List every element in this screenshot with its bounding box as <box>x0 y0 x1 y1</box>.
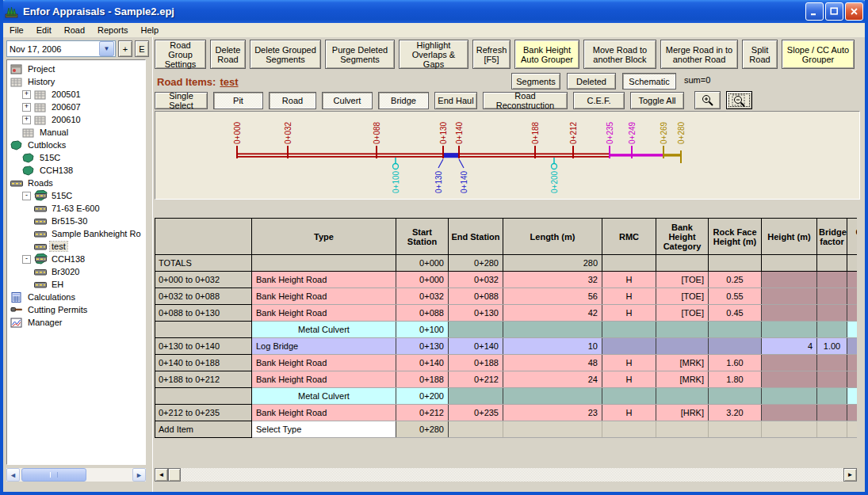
cell-0-start[interactable]: 0+000 <box>396 272 449 288</box>
cell-5-bank_height_category[interactable]: [MRK] <box>656 355 709 371</box>
toolbar-button-road-group-settings[interactable]: Road Group Settings <box>155 40 206 69</box>
cell-5-length[interactable]: 48 <box>503 355 602 371</box>
cell-0-rock_face_height[interactable]: 0.25 <box>709 272 762 288</box>
cell-8-length[interactable]: 23 <box>503 405 602 421</box>
cell-0-bank_height_category[interactable]: [TOE] <box>656 272 709 288</box>
cell-4-end[interactable]: 0+140 <box>449 338 503 355</box>
tree-item-cutblocks-6[interactable]: Cutblocks <box>7 139 145 151</box>
cell-2-height[interactable] <box>762 305 817 322</box>
view-button-schematic[interactable]: Schematic <box>622 73 676 89</box>
cell-7-length[interactable] <box>503 388 602 405</box>
cell-5-type[interactable]: Bank Height Road <box>252 355 396 371</box>
tree-item-71-63-e-600-11[interactable]: 71-63 E-600 <box>7 202 145 215</box>
cell-1-height[interactable] <box>762 288 817 305</box>
cell-9-rmc[interactable] <box>602 421 656 438</box>
cell-4-start[interactable]: 0+130 <box>396 338 449 355</box>
cell-1-type[interactable]: Bank Height Road <box>252 288 396 305</box>
cell-1-end[interactable]: 0+088 <box>449 288 503 305</box>
cell-8-rmc[interactable]: H <box>602 405 656 421</box>
cell-0-length[interactable]: 32 <box>503 272 602 288</box>
road-items-road-name[interactable]: test <box>220 76 238 88</box>
cell-6-rock_face_height[interactable]: 1.80 <box>709 371 762 388</box>
toolbar-button-split-road[interactable]: Split Road <box>742 40 778 69</box>
cell-3-rock_face_height[interactable] <box>709 322 762 338</box>
cell-9-rock_face_height[interactable] <box>709 421 762 438</box>
tree-item-history-1[interactable]: History <box>7 75 145 88</box>
cell-5-bridge_factor[interactable] <box>817 355 847 371</box>
cell-7-rock_face_height[interactable] <box>709 388 762 405</box>
cell-5-culvert[interactable] <box>847 355 858 371</box>
cell-8-culvert[interactable] <box>847 405 858 421</box>
toolbar-button-refresh-f5[interactable]: Refresh [F5] <box>472 40 510 69</box>
cell-5-start[interactable]: 0+140 <box>396 355 449 371</box>
cell-3-bank_height_category[interactable] <box>656 322 709 338</box>
cell-0-type[interactable]: Bank Height Road <box>252 272 396 288</box>
cell-7-culvert[interactable] <box>847 388 858 405</box>
cell-6-start[interactable]: 0+188 <box>396 371 449 388</box>
cell-6-rmc[interactable]: H <box>602 371 656 388</box>
cell-5-height[interactable] <box>762 355 817 371</box>
cell-6-culvert[interactable] <box>847 371 858 388</box>
toolbar-button-highlight-overlaps-gaps[interactable]: Highlight Overlaps & Gaps <box>399 40 468 69</box>
cell-0-culvert[interactable] <box>847 272 858 288</box>
cell-7-type[interactable]: Metal Culvert <box>252 388 396 405</box>
cell-0-height[interactable] <box>762 272 817 288</box>
expand-icon[interactable]: + <box>22 103 31 112</box>
cell-8-bank_height_category[interactable]: [HRK] <box>656 405 709 421</box>
cell-8-rock_face_height[interactable]: 3.20 <box>709 405 762 421</box>
tree-item-roads-9[interactable]: Roads <box>7 177 145 189</box>
cell-0-end[interactable]: 0+032 <box>449 272 503 288</box>
cell-9-culvert[interactable] <box>847 421 858 438</box>
cell-1-length[interactable]: 56 <box>503 288 602 305</box>
tree-item-br3020-16[interactable]: Br3020 <box>7 265 145 278</box>
e-button[interactable]: E <box>135 40 149 57</box>
expand-icon[interactable]: + <box>22 116 31 124</box>
row-header-9[interactable]: Add Item <box>155 421 252 438</box>
cell-2-end[interactable]: 0+130 <box>449 305 503 322</box>
cell-7-bridge_factor[interactable] <box>817 388 847 405</box>
cell-5-end[interactable]: 0+188 <box>449 355 503 371</box>
tree-item-manual-5[interactable]: Manual <box>7 126 145 139</box>
tree-item-200610-4[interactable]: +200610 <box>7 113 145 126</box>
tree-item-sample-bankheight-ro-13[interactable]: Sample Bankheight Ro <box>7 227 145 240</box>
menu-item-reports[interactable]: Reports <box>91 25 135 36</box>
menu-item-file[interactable]: File <box>3 25 30 36</box>
view-button-deleted[interactable]: Deleted <box>567 73 616 89</box>
filter-button-pit[interactable]: Pit <box>213 92 263 109</box>
cell-3-rmc[interactable] <box>602 322 656 338</box>
cell-8-bridge_factor[interactable] <box>817 405 847 421</box>
cell-7-bank_height_category[interactable] <box>656 388 709 405</box>
cell-8-type[interactable]: Bank Height Road <box>252 405 396 421</box>
cell-8-height[interactable] <box>762 405 817 421</box>
filter-button-culvert[interactable]: Culvert <box>322 92 373 109</box>
cell-2-culvert[interactable] <box>847 305 858 322</box>
row-header-3[interactable] <box>155 322 252 338</box>
title-bar[interactable]: Enfor Appraisals - Sample2.epj <box>0 0 868 23</box>
cell-0-bridge_factor[interactable] <box>817 272 847 288</box>
tree-item-cch138-15[interactable]: -CCH138 <box>7 253 145 265</box>
cell-2-rock_face_height[interactable]: 0.45 <box>709 305 762 322</box>
cell-7-rmc[interactable] <box>602 388 656 405</box>
scroll-left-icon[interactable]: ◄ <box>6 468 20 482</box>
scroll-left-icon[interactable]: ◄ <box>155 468 168 482</box>
cell-4-type[interactable]: Log Bridge <box>252 338 396 355</box>
tree-item-cutting-permits-19[interactable]: Cutting Permits <box>7 303 145 316</box>
tree-item-br515-30-12[interactable]: Br515-30 <box>7 215 145 227</box>
cell-9-start[interactable]: 0+280 <box>396 421 449 438</box>
cell-4-rock_face_height[interactable] <box>709 338 762 355</box>
filter-button-toggle-all[interactable]: Toggle All <box>630 92 684 109</box>
filter-button-road[interactable]: Road <box>269 92 316 109</box>
cell-9-type[interactable]: Select Type <box>252 421 396 438</box>
cell-3-height[interactable] <box>762 322 817 338</box>
tree-item-515c-7[interactable]: 515C <box>7 151 145 164</box>
expand-icon[interactable]: + <box>22 90 31 99</box>
cell-2-bank_height_category[interactable]: [TOE] <box>656 305 709 322</box>
cell-6-length[interactable]: 24 <box>503 371 602 388</box>
tree-item-200607-3[interactable]: +200607 <box>7 101 145 113</box>
cell-9-bridge_factor[interactable] <box>817 421 847 438</box>
toolbar-button-merge-road-in-to-another-road[interactable]: Merge Road in to another Road <box>660 40 738 69</box>
tree-item-project-0[interactable]: Project <box>7 63 145 75</box>
cell-6-type[interactable]: Bank Height Road <box>252 371 396 388</box>
cell-4-bank_height_category[interactable] <box>656 338 709 355</box>
toolbar-button-delete-grouped-segments[interactable]: Delete Grouped Segments <box>250 40 321 69</box>
